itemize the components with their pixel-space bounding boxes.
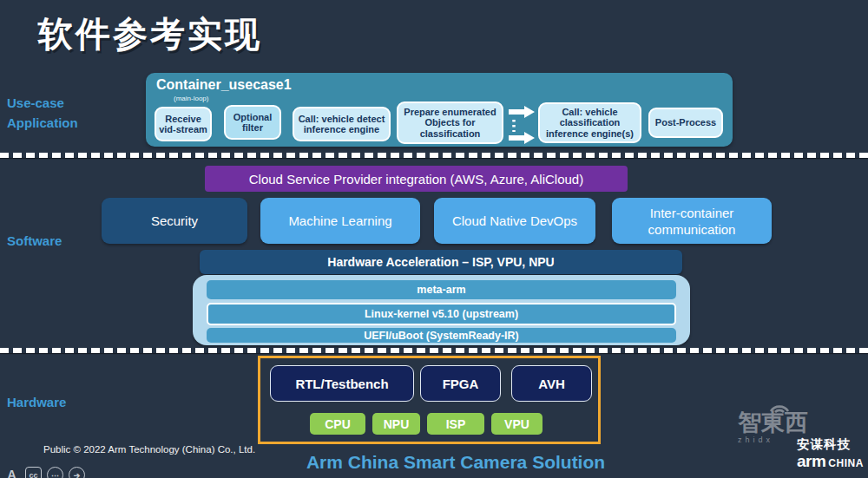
zhidx-wordmark: 智東西 xyxy=(738,409,821,435)
usecase-subtitle: (main-loop) xyxy=(174,95,208,102)
copyright-text: Public © 2022 Arm Technology (China) Co.… xyxy=(43,444,255,455)
usecase-step-receive: Receive vid-stream xyxy=(155,107,212,141)
person-icon: A xyxy=(3,467,20,478)
stack-bar-meta-arm: meta-arm xyxy=(207,280,676,299)
software-box-cloud-native-devops: Cloud Native DevOps xyxy=(434,198,595,244)
ip-chip-isp: ISP xyxy=(427,413,484,435)
hw-box-fpga: FPGA xyxy=(420,365,501,402)
armchina-cn-text: 安谋科技 xyxy=(797,436,864,453)
wifi-arcs-icon xyxy=(767,399,792,413)
usecase-container: Container_usecase1 (main-loop) Receive v… xyxy=(146,73,733,147)
usecase-title: Container_usecase1 xyxy=(156,77,292,93)
loop-arrow-icon xyxy=(507,106,536,144)
usecase-step-prepare: Prepare enumerated Objects for classific… xyxy=(397,101,503,144)
ip-chip-cpu: CPU xyxy=(310,413,365,435)
armchina-country-text: CHINA xyxy=(828,457,864,469)
stack-bar-linux-kernel: Linux-kernel v5.10 (upstream) xyxy=(207,303,676,325)
stack-bar-uefi-uboot: UEFI/uBoot (SystemReady-IR) xyxy=(207,328,676,343)
software-box-inter-container: Inter-container communication xyxy=(612,198,772,244)
solution-caption: Arm China Smart Camera Solution xyxy=(252,452,660,473)
label-hardware: Hardware xyxy=(7,395,66,409)
label-software: Software xyxy=(7,233,62,248)
slide: 软件参考实现 Use-case Application Software Har… xyxy=(0,0,868,478)
software-box-security: Security xyxy=(102,198,247,244)
ellipsis-icon: ⋯ xyxy=(47,467,63,478)
cc-icon: cc xyxy=(25,467,42,478)
armchina-logo: 安谋科技 arm CHINA xyxy=(797,436,864,471)
hw-accel-bar: Hardware Acceleration – ISP, VPU, NPU xyxy=(200,250,682,274)
os-stack: meta-arm Linux-kernel v5.10 (upstream) U… xyxy=(193,275,690,345)
cloud-provider-bar: Cloud Service Provider integration (AWS,… xyxy=(205,166,628,192)
label-use-case: Use-case xyxy=(7,95,64,110)
page-title: 软件参考实现 xyxy=(38,10,262,58)
label-application: Application xyxy=(7,115,78,130)
ip-chip-vpu: VPU xyxy=(491,413,542,435)
software-box-machine-learning: Machine Learning xyxy=(260,198,420,244)
usecase-step-detect: Call: vehicle detect inference engine xyxy=(293,107,391,141)
divider-software-hardware xyxy=(0,348,868,353)
usecase-step-classify: Call: vehicle classification inference e… xyxy=(538,102,641,143)
share-arrow-icon: ➔ xyxy=(69,467,85,478)
hw-box-avh: AVH xyxy=(511,365,592,402)
ip-chip-npu: NPU xyxy=(372,413,420,435)
armchina-arm-text: arm xyxy=(797,452,825,471)
usecase-step-postprocess: Post-Process xyxy=(648,108,723,138)
divider-usecase-software xyxy=(0,153,868,158)
cc-license-icons: A cc ⋯ ➔ xyxy=(3,467,85,478)
usecase-step-filter: Optional filter xyxy=(224,105,281,140)
hw-box-rtl-testbench: RTL/Testbench xyxy=(270,365,414,402)
